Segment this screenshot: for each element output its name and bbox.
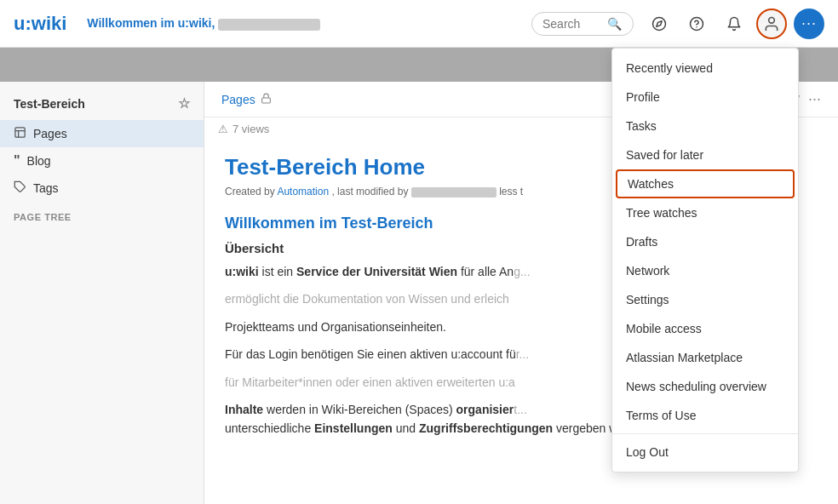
dropdown-item-settings[interactable]: Settings xyxy=(612,285,798,314)
svg-rect-9 xyxy=(261,97,270,102)
avatar-button[interactable] xyxy=(756,9,787,39)
para3-inhalte: Inhalte xyxy=(225,403,263,416)
sidebar-item-blog[interactable]: " Blog xyxy=(0,147,204,175)
more-button[interactable]: ··· xyxy=(794,9,824,39)
lock-icon xyxy=(261,93,272,106)
para1-uwiki: u:wiki xyxy=(225,265,259,278)
dropdown-item-recently-viewed[interactable]: Recently viewed xyxy=(612,54,798,83)
notifications-button[interactable] xyxy=(719,9,749,39)
compass-button[interactable] xyxy=(644,9,674,39)
svg-rect-5 xyxy=(15,128,25,137)
star-icon[interactable]: ☆ xyxy=(178,95,190,112)
blog-icon: " xyxy=(14,153,20,169)
sidebar-item-pages-label: Pages xyxy=(33,127,67,140)
space-name: Test-Bereich xyxy=(14,97,85,111)
para1-bold1: Service der Universität Wien xyxy=(296,265,457,278)
app-logo: u:wiki xyxy=(14,13,66,35)
dropdown-item-terms-of-use[interactable]: Terms of Use xyxy=(612,401,798,430)
sidebar-item-tags[interactable]: Tags xyxy=(0,175,204,202)
search-input[interactable] xyxy=(542,17,602,31)
welcome-message: Willkommen im u:wiki, xyxy=(87,16,320,30)
dropdown-item-log-out[interactable]: Log Out xyxy=(612,438,798,467)
breadcrumb-pages[interactable]: Pages xyxy=(221,93,255,106)
warning-icon: ⚠ xyxy=(218,123,228,135)
dropdown-item-saved-for-later[interactable]: Saved for later xyxy=(612,140,798,169)
sidebar-item-tags-label: Tags xyxy=(33,181,59,195)
sidebar-header: Test-Bereich ☆ xyxy=(0,92,204,120)
top-navigation: u:wiki Willkommen im u:wiki, 🔍 xyxy=(0,0,838,48)
author-link[interactable]: Automation xyxy=(277,186,329,198)
sidebar-item-pages[interactable]: Pages xyxy=(0,120,204,147)
dropdown-item-news-scheduling-overview[interactable]: News scheduling overview xyxy=(612,372,798,401)
search-box[interactable]: 🔍 xyxy=(531,12,634,36)
views-count-label: 7 views xyxy=(232,123,269,135)
tags-icon xyxy=(14,180,26,196)
sidebar-item-blog-label: Blog xyxy=(27,154,51,168)
page-tree-label: PAGE TREE xyxy=(0,202,204,226)
dropdown-item-watches[interactable]: Watches xyxy=(616,169,795,198)
para3-organis: organisier xyxy=(456,403,514,416)
dropdown-item-profile[interactable]: Profile xyxy=(612,83,798,112)
help-button[interactable] xyxy=(681,9,712,39)
dropdown-item-drafts[interactable]: Drafts xyxy=(612,227,798,256)
content-more-button[interactable]: ··· xyxy=(808,90,821,108)
svg-point-0 xyxy=(653,17,666,30)
search-icon: 🔍 xyxy=(607,17,622,31)
dropdown-item-tree-watches[interactable]: Tree watches xyxy=(612,198,798,227)
modified-author-blurred xyxy=(411,187,496,198)
dropdown-item-atlassian-marketplace[interactable]: Atlassian Marketplace xyxy=(612,343,798,372)
user-dropdown-menu: Recently viewedProfileTasksSaved for lat… xyxy=(611,48,799,472)
more-icon: ··· xyxy=(801,14,817,32)
dropdown-item-network[interactable]: Network xyxy=(612,256,798,285)
svg-marker-1 xyxy=(657,20,662,26)
svg-point-4 xyxy=(769,17,775,23)
sidebar: Test-Bereich ☆ Pages " Blog Tags PAGE TR… xyxy=(0,82,204,504)
dropdown-item-tasks[interactable]: Tasks xyxy=(612,112,798,140)
dropdown-divider xyxy=(612,433,798,434)
pages-icon xyxy=(14,126,26,141)
nav-icons: ··· xyxy=(644,9,824,39)
breadcrumb: Pages xyxy=(221,93,272,106)
dropdown-item-mobile-access[interactable]: Mobile access xyxy=(612,314,798,343)
